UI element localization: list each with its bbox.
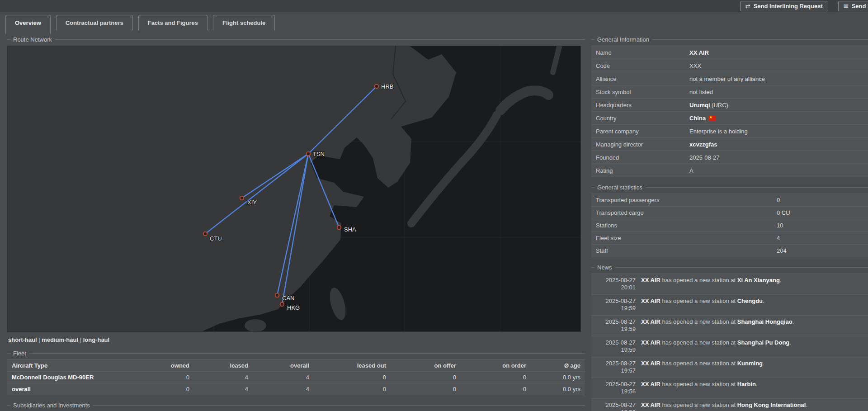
stat-value-text: 4 [777, 235, 780, 241]
news-list: 2025-08-2720:01XX AIR has opened a new s… [591, 274, 868, 411]
news-message: XX AIR has opened a new station at Kunmi… [636, 360, 868, 374]
medium-haul-link[interactable]: medium-haul [42, 336, 78, 343]
info-row-code: CodeXXX [591, 59, 868, 72]
airport-marker-HKG[interactable] [280, 302, 284, 306]
shanghai-pu-dong-link[interactable]: Shanghai Pu Dong [737, 339, 790, 346]
xx-air-link[interactable]: XX AIR [641, 298, 660, 304]
top-toolbar: ⇄ Send Interlining Request ✉ Send Messag… [0, 0, 868, 12]
stat-row-fleet-size: Fleet size4 [591, 231, 868, 244]
aircraft-type-link[interactable]: McDonnell Douglas MD-90ER [12, 374, 94, 381]
fleet-type-cell: McDonnell Douglas MD-90ER [7, 372, 142, 383]
general-statistics-legend-text: General statistics [597, 184, 642, 191]
overview-page: Route Network [0, 33, 868, 411]
route-network-legend: Route Network [7, 36, 585, 43]
tab-overview[interactable]: Overview [5, 15, 51, 34]
harbin-link[interactable]: Harbin [737, 381, 756, 387]
send-message-button[interactable]: ✉ Send Message [838, 1, 868, 11]
news-item: 2025-08-2719:56XX AIR has opened a new s… [591, 398, 868, 411]
route-network-legend-text: Route Network [13, 36, 52, 43]
stat-row-stations: Stations10 [591, 219, 868, 231]
stat-label: Transported cargo [591, 209, 777, 216]
fleet-value-cell: 0 [142, 372, 194, 383]
info-row-headquarters: HeadquartersUrumqi (URC) [591, 98, 868, 111]
china-link[interactable]: China [689, 115, 706, 122]
general-information-legend-text: General Information [597, 36, 649, 43]
airport-marker-HRB[interactable] [375, 85, 378, 88]
toolbar-buttons: ⇄ Send Interlining Request ✉ Send Messag… [740, 1, 868, 11]
stat-value: 0 CU [777, 209, 868, 216]
xx-air-link[interactable]: XX AIR [641, 360, 660, 367]
xx-air-link[interactable]: XX AIR [641, 277, 660, 283]
news-date: 2025-08-27 [591, 277, 636, 284]
stat-value: 10 [777, 222, 868, 229]
news-date: 2025-08-27 [591, 318, 636, 326]
fleet-table: Aircraft Typeownedleasedoverallleased ou… [7, 359, 585, 395]
tab-contractual-partners[interactable]: Contractual partners [56, 15, 133, 30]
stat-row-staff: Staff204 [591, 244, 868, 257]
xx-air-link[interactable]: XX AIR [641, 318, 660, 325]
airport-label-HKG: HKG [287, 304, 300, 311]
urumqi-link[interactable]: Urumqi [689, 102, 710, 109]
airport-label-SHA: SHA [344, 226, 356, 233]
airport-marker-CAN[interactable] [275, 293, 279, 297]
airport-marker-CTU[interactable] [203, 232, 207, 236]
xx-air-link[interactable]: XX AIR [641, 381, 660, 387]
kunming-link[interactable]: Kunming [737, 360, 763, 367]
short-haul-link[interactable]: short-haul [8, 336, 37, 343]
info-row-founded: Founded2025-08-27 [591, 151, 868, 164]
fleet-col-age: Ø age [531, 360, 585, 372]
general-statistics-legend: General statistics [591, 184, 868, 191]
info-value: not a member of any alliance [689, 76, 868, 82]
hainan [245, 319, 266, 331]
shanghai-hongqiao-link[interactable]: Shanghai Hongqiao [737, 318, 793, 325]
tab-flight-schedule[interactable]: Flight schedule [213, 15, 275, 30]
news-text: . [793, 318, 794, 325]
send-interlining-request-button[interactable]: ⇄ Send Interlining Request [740, 1, 828, 11]
news-text: . [780, 277, 782, 283]
xx-air-link[interactable]: XX AIR [641, 402, 660, 408]
xi-an-xianyang-link[interactable]: Xi An Xianyang [737, 277, 780, 283]
airport-label-TSN: TSN [313, 151, 325, 157]
hong-kong-international-link[interactable]: Hong Kong International [737, 402, 806, 408]
info-row-stock-symbol: Stock symbolnot listed [591, 85, 868, 98]
value-text: 2025-08-27 [689, 154, 720, 161]
news-datetime: 2025-08-2719:59 [591, 339, 636, 354]
news-datetime: 2025-08-2719:56 [591, 381, 636, 395]
airport-label-XIY: XIY [247, 199, 257, 206]
fleet-legend-text: Fleet [13, 350, 26, 357]
stat-label: Stations [591, 222, 777, 229]
fleet-value-cell: 0.0 yrs [531, 372, 585, 383]
airport-marker-TSN[interactable] [307, 152, 310, 156]
xcvzzgfas-link[interactable]: xcvzzgfas [689, 141, 717, 148]
news-text: has opened a new station at [660, 360, 737, 367]
news-time: 19:56 [591, 409, 636, 411]
info-row-managing-director: Managing directorxcvzzgfas [591, 137, 868, 151]
fleet-value-cell: 4 [253, 383, 314, 395]
news-date: 2025-08-27 [591, 298, 636, 305]
haul-separator: | [37, 336, 42, 343]
news-time: 19:59 [591, 305, 636, 312]
news-message: XX AIR has opened a new station at Shang… [636, 339, 868, 354]
info-value: XX AIR [689, 49, 868, 56]
chengdu-link[interactable]: Chengdu [737, 298, 763, 304]
news-text: has opened a new station at [660, 277, 737, 283]
xx-air-link[interactable]: XX AIR [641, 339, 660, 346]
info-value: 2025-08-27 [689, 154, 868, 161]
value-text: Enterprise is a holding [689, 128, 748, 135]
fleet-col-leased: leased [194, 360, 253, 372]
tab-facts-and-figures[interactable]: Facts and Figures [138, 15, 208, 30]
airport-marker-SHA[interactable] [337, 226, 341, 229]
general-information-legend: General Information [591, 36, 868, 43]
shuffle-icon: ⇄ [745, 3, 750, 9]
news-item: 2025-08-2719:57XX AIR has opened a new s… [591, 357, 868, 378]
china-flag-icon [708, 116, 716, 121]
news-text: has opened a new station at [660, 318, 737, 325]
fleet-col-on-order: on order [461, 360, 531, 372]
map-svg: HRBTSNXIYCTUSHACANHKG [8, 46, 580, 331]
tab-bar: OverviewContractual partnersFacts and Fi… [0, 12, 868, 33]
long-haul-link[interactable]: long-haul [83, 336, 110, 343]
airport-marker-XIY[interactable] [240, 196, 244, 200]
route-network-map[interactable]: HRBTSNXIYCTUSHACANHKG [7, 46, 581, 332]
fleet-value-cell: 4 [194, 372, 253, 383]
news-datetime: 2025-08-2719:59 [591, 298, 636, 312]
